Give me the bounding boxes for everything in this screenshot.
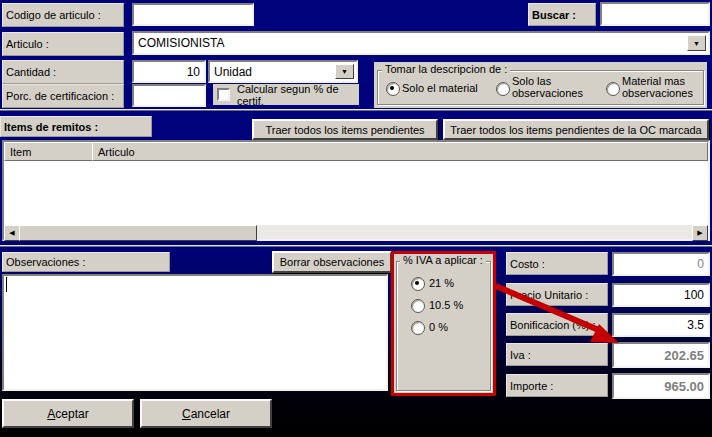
buscar-label: Buscar : [528, 3, 596, 26]
dialog-window: Codigo de articulo : Buscar : Articulo :… [0, 0, 712, 437]
cantidad-label: Cantidad : [2, 60, 124, 84]
radio-solo-material-label: Solo el material [402, 82, 492, 94]
radio-iva-105[interactable] [411, 299, 425, 313]
calcular-certif-checkbox[interactable] [217, 88, 230, 101]
buscar-input[interactable] [600, 2, 710, 26]
descripcion-group-title: Tomar la descripcion de : [382, 63, 510, 75]
traer-items-oc-button[interactable]: Traer todos los items pendientes de la O… [443, 119, 709, 140]
radio-iva-105-label: 10.5 % [429, 299, 463, 311]
precio-unitario-input[interactable]: 100 [612, 283, 710, 307]
articulo-combobox[interactable]: COMISIONISTA ▼ [132, 31, 710, 55]
radio-iva-0[interactable] [411, 321, 425, 335]
radio-material-mas[interactable] [606, 82, 620, 96]
observaciones-label: Observaciones : [2, 252, 170, 272]
precio-unitario-label: Precio Unitario : [506, 283, 608, 306]
calcular-certif-label: Calcular segun % de certif. [237, 83, 356, 107]
radio-iva-21[interactable] [411, 277, 425, 291]
codigo-input[interactable] [132, 3, 254, 26]
iva-highlight-box: % IVA a aplicar : 21 % 10.5 % 0 % [391, 251, 496, 396]
radio-material-mas-label: Material mas observaciones [622, 75, 704, 99]
radio-solo-material[interactable] [386, 82, 400, 96]
calcular-certif-panel: Calcular segun % de certif. [213, 84, 359, 105]
radio-solo-observaciones-label: Solo las observaciones [512, 75, 594, 99]
text-cursor [6, 277, 7, 292]
items-table[interactable]: Item Articulo ◀ ▶ [2, 140, 710, 241]
codigo-label: Codigo de articulo : [2, 3, 124, 27]
iva-group-title: % IVA a aplicar : [400, 254, 486, 266]
column-header-item[interactable]: Item [4, 142, 104, 161]
importe-label: Importe : [506, 374, 608, 397]
articulo-label: Articulo : [2, 32, 124, 56]
costo-label: Costo : [506, 252, 608, 275]
traer-items-pendientes-button[interactable]: Traer todos los items pendientes [252, 119, 438, 140]
costo-field: 0 [612, 252, 710, 276]
importe-field: 965.00 [612, 373, 710, 399]
articulo-value: COMISIONISTA [138, 36, 224, 50]
radio-iva-21-label: 21 % [429, 277, 454, 289]
radio-solo-observaciones[interactable] [496, 82, 510, 96]
items-remitos-title: Items de remitos : [0, 116, 152, 137]
porc-certificacion-label: Porc. de certificacion : [2, 84, 124, 108]
scroll-left-icon[interactable]: ◀ [4, 225, 20, 241]
unidad-combobox[interactable]: Unidad ▼ [208, 60, 358, 83]
descripcion-group: Tomar la descripcion de : Solo el materi… [374, 62, 707, 108]
section-divider [0, 109, 712, 111]
observaciones-textarea[interactable] [2, 274, 388, 391]
chevron-down-icon[interactable]: ▼ [687, 35, 706, 51]
aceptar-button[interactable]: Aceptar [2, 399, 134, 428]
radio-iva-0-label: 0 % [429, 321, 448, 333]
cancelar-label: Cancelar [182, 407, 230, 421]
scrollbar-thumb[interactable] [19, 225, 257, 241]
bonificacion-input[interactable]: 3.5 [612, 313, 710, 337]
scroll-right-icon[interactable]: ▶ [692, 225, 708, 241]
section-divider [0, 245, 712, 247]
cantidad-input[interactable]: 10 [132, 60, 206, 83]
chevron-down-icon[interactable]: ▼ [335, 64, 354, 79]
column-header-articulo[interactable]: Articulo [92, 142, 708, 161]
aceptar-label: Aceptar [47, 407, 88, 421]
cancelar-button[interactable]: Cancelar [140, 399, 272, 428]
porc-certificacion-input[interactable] [132, 84, 206, 107]
iva-field: 202.65 [612, 342, 710, 368]
unidad-value: Unidad [214, 65, 252, 79]
horizontal-scrollbar[interactable]: ◀ ▶ [4, 225, 708, 239]
bonificacion-label: Bonificacion (%) : [506, 313, 608, 336]
borrar-observaciones-button[interactable]: Borrar observaciones [272, 251, 392, 273]
iva-label: Iva : [506, 343, 608, 366]
